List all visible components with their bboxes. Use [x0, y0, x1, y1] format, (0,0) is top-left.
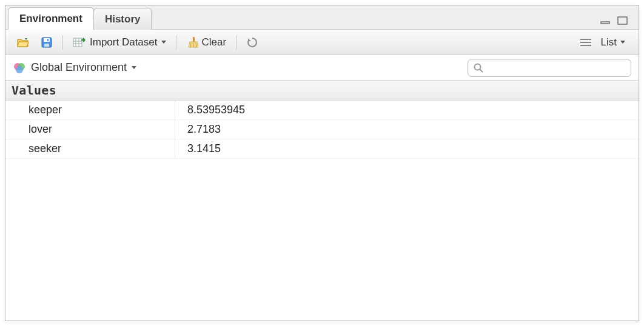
toolbar-divider [62, 35, 63, 50]
variable-name: keeper [5, 101, 175, 119]
value-row[interactable]: keeper 8.53953945 [5, 101, 639, 120]
svg-point-21 [475, 64, 481, 70]
svg-rect-5 [47, 39, 49, 41]
svg-point-20 [16, 66, 23, 73]
environment-scope-icon [13, 61, 26, 75]
view-mode-button[interactable]: List [597, 35, 631, 50]
import-dataset-button[interactable]: Import Dataset [69, 35, 170, 50]
clear-button[interactable]: Clear [183, 35, 230, 50]
window-controls [600, 16, 639, 29]
variable-name: seeker [5, 139, 175, 158]
view-mode-label: List [601, 36, 617, 48]
folder-open-icon [16, 36, 30, 48]
svg-rect-0 [601, 22, 609, 24]
maximize-icon[interactable] [617, 16, 629, 25]
svg-rect-3 [44, 38, 50, 42]
list-lines-icon [579, 37, 592, 48]
variable-value: 2.7183 [175, 123, 221, 136]
tab-history[interactable]: History [93, 8, 152, 30]
refresh-button[interactable] [243, 35, 262, 50]
variable-name: lover [5, 120, 175, 139]
open-file-button[interactable] [13, 35, 33, 50]
floppy-disk-icon [41, 36, 53, 48]
scope-label-text: Global Environment [31, 61, 127, 74]
scope-row: Global Environment [5, 55, 639, 81]
section-header-values: Values [5, 81, 639, 101]
svg-rect-6 [73, 38, 82, 47]
minimize-icon[interactable] [600, 16, 612, 25]
toolbar-right: List [579, 35, 631, 50]
value-row[interactable]: seeker 3.1415 [5, 139, 639, 159]
search-input[interactable] [484, 62, 626, 73]
svg-rect-1 [618, 17, 627, 24]
value-row[interactable]: lover 2.7183 [5, 120, 639, 139]
tab-strip: Environment History [5, 5, 639, 30]
caret-down-icon [161, 41, 166, 44]
clear-label: Clear [202, 36, 227, 48]
import-dataset-label: Import Dataset [90, 36, 158, 48]
env-toolbar: Import Dataset Clear [5, 30, 639, 55]
tab-environment-label: Environment [19, 13, 82, 24]
svg-line-22 [480, 69, 483, 72]
caret-down-icon [620, 41, 625, 44]
scope-selector[interactable]: Global Environment [31, 61, 136, 74]
save-button[interactable] [37, 35, 56, 50]
toolbar-divider [176, 35, 176, 50]
search-icon [473, 62, 484, 73]
tab-history-label: History [105, 13, 141, 25]
svg-rect-4 [44, 44, 49, 47]
caret-down-icon [132, 66, 136, 69]
variable-value: 8.53953945 [175, 104, 245, 116]
environment-pane: Environment History [5, 5, 639, 321]
search-box[interactable] [468, 59, 631, 77]
toolbar-divider [236, 35, 236, 50]
tab-environment[interactable]: Environment [8, 7, 94, 30]
grid-import-icon [73, 36, 86, 48]
broom-icon [186, 36, 198, 48]
values-header-label: Values [12, 83, 56, 98]
variable-value: 3.1415 [175, 142, 221, 155]
svg-rect-11 [193, 37, 195, 42]
refresh-icon [246, 36, 258, 48]
values-list: keeper 8.53953945 lover 2.7183 seeker 3.… [5, 101, 639, 321]
